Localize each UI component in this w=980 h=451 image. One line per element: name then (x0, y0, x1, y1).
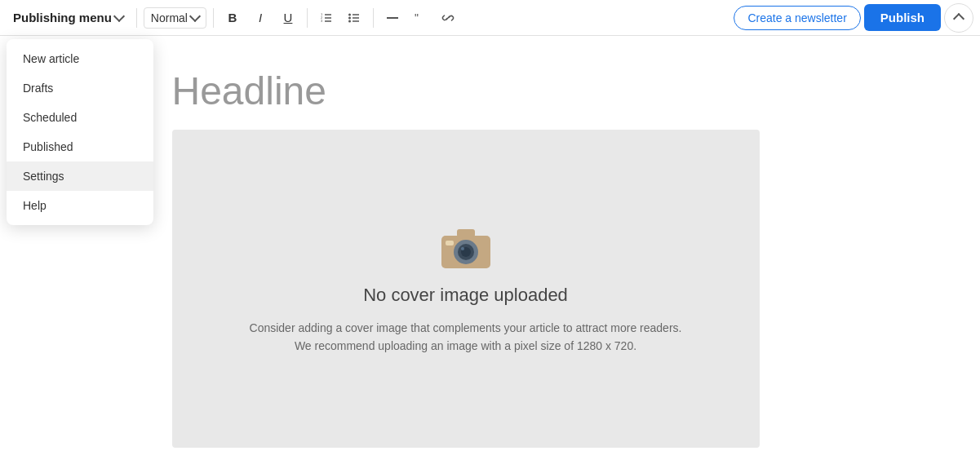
menu-item-scheduled[interactable]: Scheduled (7, 103, 153, 132)
create-newsletter-button[interactable]: Create a newsletter (734, 6, 860, 30)
toolbar: Publishing menu Normal B I U 1 2 3 (0, 0, 980, 36)
publishing-menu-button[interactable]: Publishing menu (7, 7, 130, 28)
svg-point-10 (348, 16, 351, 19)
ordered-list-button[interactable]: 1 2 3 (314, 6, 339, 30)
menu-item-published-label: Published (23, 140, 73, 153)
svg-point-9 (348, 13, 351, 15)
publish-button[interactable]: Publish (864, 4, 941, 31)
unordered-list-icon (348, 11, 361, 24)
collapse-button[interactable] (944, 3, 973, 33)
svg-text:": " (415, 11, 419, 24)
menu-item-new-article-label: New article (23, 52, 79, 65)
camera-icon (437, 223, 494, 272)
menu-item-settings[interactable]: Settings (7, 161, 153, 191)
chevron-up-icon (953, 13, 964, 24)
menu-item-published[interactable]: Published (7, 132, 153, 161)
menu-item-scheduled-label: Scheduled (23, 111, 77, 124)
menu-item-drafts-label: Drafts (23, 82, 53, 95)
editor-area: Headline No cover image uploaded Conside… (123, 36, 858, 451)
link-icon (441, 11, 455, 24)
chevron-down-icon (113, 11, 125, 22)
underline-button[interactable]: U (276, 6, 300, 30)
menu-item-new-article[interactable]: New article (7, 44, 153, 73)
no-cover-desc-line2: We recommend uploading an image with a p… (295, 339, 636, 352)
unordered-list-button[interactable] (342, 6, 366, 30)
format-label: Normal (151, 11, 188, 24)
divider-2 (213, 8, 214, 28)
link-button[interactable] (436, 6, 460, 30)
svg-rect-19 (457, 229, 475, 237)
menu-item-help[interactable]: Help (7, 191, 153, 220)
no-cover-image-desc: Consider adding a cover image that compl… (250, 319, 682, 356)
format-select[interactable]: Normal (144, 7, 206, 29)
svg-point-18 (461, 247, 464, 250)
svg-rect-20 (446, 241, 454, 245)
underline-label: U (284, 11, 293, 24)
headline-placeholder[interactable]: Headline (172, 69, 809, 113)
ordered-list-icon: 1 2 3 (320, 11, 333, 24)
horizontal-rule-button[interactable] (380, 6, 405, 30)
no-cover-desc-line1: Consider adding a cover image that compl… (250, 321, 682, 334)
cover-image-upload-area[interactable]: No cover image uploaded Consider adding … (172, 130, 760, 448)
publishing-menu-label: Publishing menu (13, 11, 112, 24)
publishing-dropdown-menu: New article Drafts Scheduled Published S… (7, 39, 153, 225)
italic-label: I (259, 11, 262, 24)
publish-label: Publish (880, 11, 925, 24)
svg-point-11 (348, 20, 351, 22)
bold-button[interactable]: B (220, 6, 245, 30)
menu-item-help-label: Help (23, 199, 47, 212)
menu-item-settings-label: Settings (23, 170, 64, 183)
divider-3 (307, 8, 308, 28)
no-cover-image-title: No cover image uploaded (363, 285, 568, 306)
format-chevron-icon (189, 11, 201, 22)
blockquote-icon: " (414, 11, 427, 24)
italic-button[interactable]: I (248, 6, 273, 30)
blockquote-button[interactable]: " (408, 6, 432, 30)
menu-item-drafts[interactable]: Drafts (7, 73, 153, 103)
svg-text:3: 3 (321, 19, 323, 23)
create-newsletter-label: Create a newsletter (747, 11, 846, 24)
bold-label: B (228, 11, 237, 24)
divider-1 (136, 8, 137, 28)
divider-4 (373, 8, 374, 28)
hr-icon (386, 11, 399, 24)
